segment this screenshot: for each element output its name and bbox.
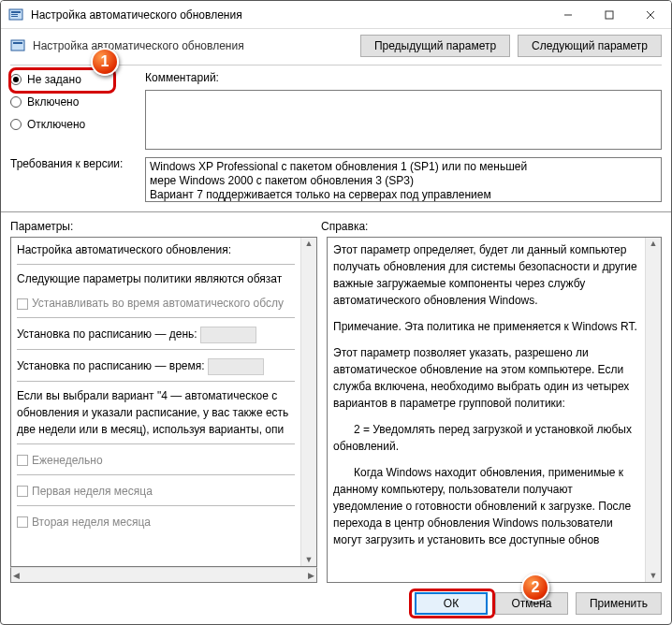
scroll-left-icon: ◀: [13, 571, 20, 580]
header-row: Настройка автоматического обновления Пре…: [1, 29, 671, 63]
options-horizontal-scrollbar[interactable]: ◀ ▶: [10, 567, 317, 583]
requirements-label: Требования к версии:: [10, 157, 132, 202]
checkbox-first-week[interactable]: Первая неделя месяца: [17, 483, 295, 500]
checkbox-icon: [17, 516, 28, 528]
state-section: Не задано Включено Отключено Комментарий…: [1, 65, 671, 153]
ok-button[interactable]: ОК: [415, 592, 488, 615]
close-button[interactable]: [630, 1, 671, 29]
scheduled-time-field[interactable]: [208, 358, 264, 375]
panels: Настройка автоматического обновления: Сл…: [1, 235, 671, 587]
radio-disabled[interactable]: Отключено: [10, 118, 132, 131]
state-radio-group: Не задано Включено Отключено: [10, 71, 132, 150]
requirements-text[interactable]: Windows XP Professional с пакетом обновл…: [145, 157, 662, 202]
radio-label: Включено: [27, 95, 79, 109]
help-vertical-scrollbar[interactable]: ▲ ▼: [645, 238, 661, 582]
svg-rect-1: [11, 11, 21, 13]
svg-rect-5: [606, 11, 613, 19]
dialog-footer: ОК Отмена Применить: [1, 587, 671, 624]
scheduled-day-row: Установка по расписанию — день:: [17, 326, 295, 343]
svg-rect-3: [11, 16, 18, 17]
checkbox-install-during-maintenance[interactable]: Устанавливать во время автоматического о…: [17, 295, 295, 312]
help-panel: Этот параметр определяет, будет ли данны…: [327, 237, 662, 583]
scroll-down-icon: ▼: [305, 556, 314, 564]
svg-rect-2: [11, 14, 18, 15]
radio-enabled[interactable]: Включено: [10, 95, 132, 109]
comment-textarea[interactable]: [145, 90, 662, 150]
help-content: Этот параметр определяет, будет ли данны…: [328, 238, 645, 582]
previous-setting-button[interactable]: Предыдущий параметр: [360, 35, 510, 57]
cancel-button[interactable]: Отмена: [495, 592, 568, 615]
requirements-section: Требования к версии: Windows XP Professi…: [1, 153, 671, 208]
checkbox-icon: [17, 298, 28, 310]
options-heading: Настройка автоматического обновления:: [17, 241, 295, 258]
next-setting-button[interactable]: Следующий параметр: [518, 35, 662, 57]
policy-icon: [8, 7, 23, 22]
divider: [1, 211, 671, 212]
options-content: Настройка автоматического обновления: Сл…: [11, 238, 300, 566]
apply-button[interactable]: Применить: [576, 592, 662, 615]
options-note: Следующие параметры политики являются об…: [17, 270, 295, 287]
scroll-up-icon: ▲: [650, 240, 658, 248]
maximize-button[interactable]: [589, 1, 630, 29]
options-panel: Настройка автоматического обновления: Сл…: [10, 237, 317, 567]
checkbox-icon: [17, 486, 28, 497]
setting-title: Настройка автоматического обновления: [33, 39, 353, 52]
scroll-down-icon: ▼: [650, 572, 658, 580]
scroll-right-icon: ▶: [308, 571, 314, 580]
params-label: Параметры:: [10, 220, 321, 233]
checkbox-icon: [17, 455, 28, 466]
scheduled-time-row: Установка по расписанию — время:: [17, 357, 295, 375]
radio-not-configured[interactable]: Не задано: [10, 73, 132, 86]
svg-rect-8: [11, 40, 24, 51]
comment-section: Комментарий:: [145, 71, 662, 150]
titlebar: Настройка автоматического обновления: [1, 1, 671, 29]
minimize-button[interactable]: [548, 1, 589, 29]
radio-label: Отключено: [27, 118, 85, 131]
policy-icon: [10, 38, 25, 53]
options-panel-wrap: Настройка автоматического обновления: Сл…: [10, 237, 317, 583]
svg-rect-9: [13, 42, 22, 44]
scheduled-day-field[interactable]: [200, 327, 256, 343]
radio-label: Не задано: [27, 73, 81, 86]
checkbox-second-week[interactable]: Вторая неделя месяца: [17, 514, 295, 531]
checkbox-weekly[interactable]: Еженедельно: [17, 452, 295, 469]
gpo-setting-dialog: Настройка автоматического обновления Нас…: [0, 0, 672, 625]
help-label: Справка:: [321, 220, 662, 233]
scroll-up-icon: ▲: [305, 240, 314, 248]
comment-label: Комментарий:: [145, 71, 662, 84]
panel-labels: Параметры: Справка:: [1, 216, 671, 235]
options-vertical-scrollbar[interactable]: ▲ ▼: [300, 238, 316, 566]
window-title: Настройка автоматического обновления: [31, 8, 548, 22]
